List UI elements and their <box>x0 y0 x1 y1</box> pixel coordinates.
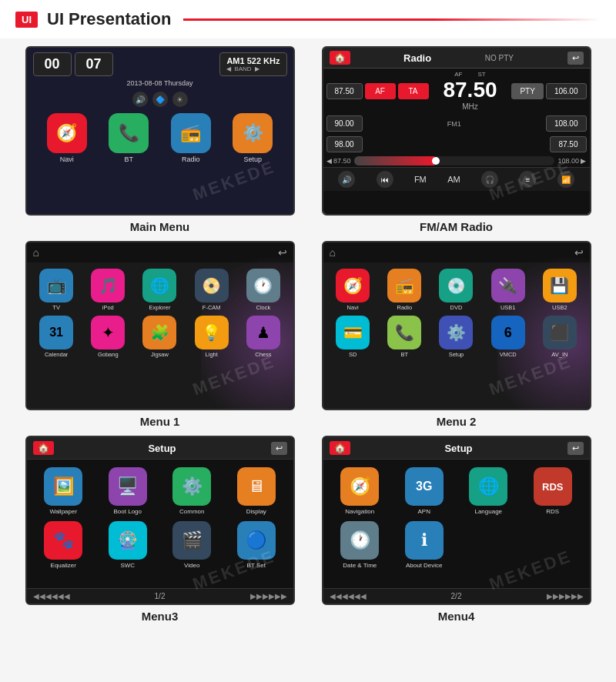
menu1-gobang[interactable]: ✦ Gobang <box>85 316 132 358</box>
menu1-jigsaw-label: Jigsaw <box>151 351 169 358</box>
setup2-title: Setup <box>444 443 472 454</box>
setup2-aboutdevice[interactable]: ℹ About Device <box>395 521 454 569</box>
menu2-vmcd-label: VMCD <box>500 351 517 358</box>
mm-app-navi[interactable]: 🧭 Navi <box>47 113 87 163</box>
setup1-swc[interactable]: 🎡 SWC <box>99 521 157 569</box>
main-menu-screen: 00 07 AM1 522 KHz ◀ BAND ▶ 2013-08-08 Th… <box>27 48 293 214</box>
radio-btn-10600[interactable]: 106.00 <box>546 83 587 99</box>
radio-st-label: ST <box>477 71 485 78</box>
menu1-ipod[interactable]: 🎵 iPod <box>85 269 132 311</box>
menu2-usb2[interactable]: 💾 USB2 <box>536 269 583 311</box>
radio-back-btn[interactable]: ↩ <box>567 52 584 65</box>
radio-prev-icon[interactable]: ⏮ <box>377 171 393 188</box>
screen-menu2[interactable]: ⌂ ↩ 🧭 Navi 📻 Radio 💿 DVD <box>322 241 591 410</box>
setup1-common-label: Common <box>179 508 204 515</box>
menu1-screen: ⌂ ↩ 📺 TV 🎵 iPod 🌐 Explorer <box>27 242 293 409</box>
setup2-aboutdevice-icon: ℹ <box>405 521 444 560</box>
radio-headphone-icon[interactable]: 🎧 <box>481 171 498 188</box>
menu1-clock[interactable]: 🕐 Clock <box>239 269 286 311</box>
radio-bars-icon[interactable]: 📶 <box>557 171 574 188</box>
radio-slider[interactable] <box>354 156 555 165</box>
radio-btn-ta[interactable]: TA <box>398 83 429 99</box>
menu1-gobang-icon: ✦ <box>91 316 125 349</box>
mm-app-bt[interactable]: 📞 BT <box>109 113 149 163</box>
radio-vol-icon[interactable]: 🔊 <box>338 171 355 188</box>
menu2-sd[interactable]: 💳 SD <box>330 316 377 358</box>
screen-main-menu[interactable]: 00 07 AM1 522 KHz ◀ BAND ▶ 2013-08-08 Th… <box>25 46 295 216</box>
screen-setup1[interactable]: 🏠 Setup ↩ 🖼️ Wallpaper 🖥️ Boot Logo ⚙️ <box>25 436 295 605</box>
radio-btn-af[interactable]: AF <box>365 83 396 99</box>
setup1-common[interactable]: ⚙️ Common <box>163 467 222 515</box>
radio-btn-10800[interactable]: 108.00 <box>546 115 587 132</box>
page-header: UI UI Presentation <box>0 0 616 38</box>
setup1-display-icon: 🖥 <box>237 467 276 506</box>
setup1-bootlogo-icon: 🖥️ <box>109 467 147 506</box>
menu1-fcam[interactable]: 📀 F-CAM <box>188 269 235 311</box>
menu1-light[interactable]: 💡 Light <box>188 316 235 358</box>
menu1-tv[interactable]: 📺 TV <box>33 269 80 311</box>
menu2-avin[interactable]: ⬛ AV_IN <box>536 316 583 358</box>
setup1-bootlogo-label: Boot Logo <box>114 508 142 515</box>
menu2-usb1[interactable]: 🔌 USB1 <box>484 269 531 311</box>
setup2-back-btn[interactable]: ↩ <box>567 442 584 455</box>
radio-btn-9800[interactable]: 98.00 <box>326 136 363 152</box>
setup1-bootlogo[interactable]: 🖥️ Boot Logo <box>99 467 157 515</box>
menu2-vmcd[interactable]: 6 VMCD <box>484 316 531 358</box>
setup2-apn[interactable]: 3G APN <box>395 467 454 515</box>
screen-setup2[interactable]: 🏠 Setup ↩ 🧭 Navigation 3G APN 🌐 <box>322 436 591 605</box>
radio-fm-btn[interactable]: FM <box>414 175 427 184</box>
radio-btn-8750[interactable]: 87.50 <box>326 83 363 99</box>
radio-af-label: AF <box>454 71 462 78</box>
menu2-dvd[interactable]: 💿 DVD <box>433 269 480 311</box>
setup1-prev-arrows[interactable]: ◀◀◀◀◀◀ <box>33 592 70 600</box>
radio-menu-icon[interactable]: ≡ <box>519 171 536 188</box>
setup1-equalizer[interactable]: 🐾 Equalizer <box>35 521 93 569</box>
setup2-language-icon: 🌐 <box>469 467 507 506</box>
menu1-explorer[interactable]: 🌐 Explorer <box>136 269 183 311</box>
radio-btn-pty[interactable]: PTY <box>511 83 543 99</box>
label-radio: FM/AM Radio <box>420 220 493 233</box>
screen-menu1[interactable]: ⌂ ↩ 📺 TV 🎵 iPod 🌐 Explorer <box>25 241 295 410</box>
radio-home-icon[interactable]: 🏠 <box>330 51 350 65</box>
setup1-home-icon[interactable]: 🏠 <box>33 441 54 455</box>
menu2-usb1-label: USB1 <box>500 304 516 311</box>
setup2-datetime[interactable]: 🕐 Date & Time <box>331 521 390 569</box>
setup1-next-arrows[interactable]: ▶▶▶▶▶▶ <box>250 592 287 600</box>
setup1-video[interactable]: 🎬 Video <box>163 521 222 569</box>
setup1-btset[interactable]: 🔵 BT Set <box>227 521 286 569</box>
menu2-vmcd-icon: 6 <box>491 316 525 349</box>
setup1-back-btn[interactable]: ↩ <box>271 442 287 455</box>
menu2-navi[interactable]: 🧭 Navi <box>330 269 377 311</box>
menu1-chess[interactable]: ♟ Chess <box>239 316 286 358</box>
mm-app-radio[interactable]: 📻 Radio <box>171 113 211 163</box>
radio-row1: 87.50 AF TA AF ST 87.50 MHz PTY 106.00 <box>323 69 590 113</box>
menu2-bt[interactable]: 📞 BT <box>381 316 428 358</box>
menu2-radio[interactable]: 📻 Radio <box>381 269 428 311</box>
setup2-aboutdevice-label: About Device <box>406 562 443 569</box>
radio-am-btn[interactable]: AM <box>447 175 460 184</box>
radio-slider-right-val: 108.00 ▶ <box>557 157 586 165</box>
setup2-home-icon[interactable]: 🏠 <box>330 441 350 455</box>
radio-btn-8750b[interactable]: 87.50 <box>550 136 586 152</box>
menu2-setup-icon: ⚙️ <box>439 316 473 349</box>
setup2-rds[interactable]: RDS RDS <box>524 467 582 515</box>
setup2-next-arrows[interactable]: ▶▶▶▶▶▶ <box>547 592 584 600</box>
menu2-setup[interactable]: ⚙️ Setup <box>433 316 480 358</box>
setup1-display[interactable]: 🖥 Display <box>227 467 286 515</box>
screens-grid: 00 07 AM1 522 KHz ◀ BAND ▶ 2013-08-08 Th… <box>0 38 616 630</box>
setup2-language[interactable]: 🌐 Language <box>460 467 518 515</box>
menu1-calendar[interactable]: 31 Calendar <box>33 316 80 358</box>
setup2-footer: ◀◀◀◀◀◀ 2/2 ▶▶▶▶▶▶ <box>323 588 590 603</box>
setup1-btset-icon: 🔵 <box>237 521 276 560</box>
setup1-btset-label: BT Set <box>247 562 266 569</box>
screen-radio[interactable]: 🏠 Radio NO PTY ↩ 87.50 AF TA AF ST <box>322 46 591 216</box>
menu1-jigsaw[interactable]: 🧩 Jigsaw <box>136 316 183 358</box>
setup2-header: 🏠 Setup ↩ <box>323 437 590 460</box>
setup2-page: 2/2 <box>451 592 462 600</box>
setup2-navigation[interactable]: 🧭 Navigation <box>331 467 390 515</box>
mm-app-setup[interactable]: ⚙️ Setup <box>233 113 273 163</box>
radio-btn-9000[interactable]: 90.00 <box>326 115 363 132</box>
mm-top-bar: 00 07 AM1 522 KHz ◀ BAND ▶ <box>27 48 293 79</box>
setup1-wallpaper[interactable]: 🖼️ Wallpaper <box>35 467 93 515</box>
setup2-prev-arrows[interactable]: ◀◀◀◀◀◀ <box>330 592 367 600</box>
